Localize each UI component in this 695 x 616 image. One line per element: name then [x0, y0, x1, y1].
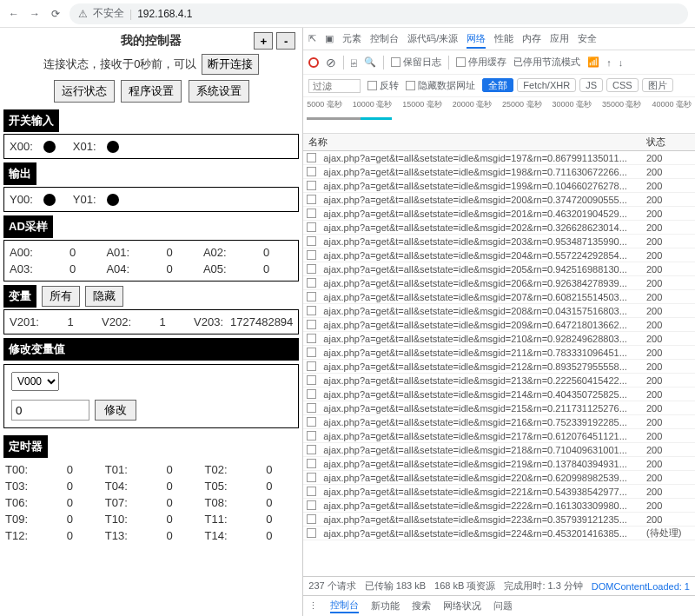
row-checkbox[interactable]	[307, 278, 316, 288]
row-checkbox[interactable]	[307, 389, 316, 399]
throttle-select[interactable]: 已停用节流模式	[513, 56, 580, 69]
network-row[interactable]: ajax.php?a=get&t=all&setstate=idle&msgid…	[303, 429, 695, 443]
reload-icon[interactable]: ⟳	[49, 7, 63, 21]
network-row[interactable]: ajax.php?a=get&t=all&setstate=idle&msgid…	[303, 513, 695, 527]
filter-type-pill[interactable]: 全部	[482, 78, 513, 92]
devtools-tab[interactable]: 网络	[467, 33, 486, 49]
forward-icon[interactable]: →	[28, 7, 42, 21]
col-status[interactable]: 状态	[646, 136, 695, 149]
drawer-menu-icon[interactable]: ⋮	[308, 600, 318, 612]
row-checkbox[interactable]	[307, 209, 316, 218]
devtools-timeline[interactable]: 5000 毫秒10000 毫秒15000 毫秒20000 毫秒25000 毫秒3…	[303, 97, 695, 134]
network-row[interactable]: ajax.php?a=get&t=all&setstate=idle&msgid…	[303, 179, 695, 193]
row-checkbox[interactable]	[307, 195, 316, 204]
row-checkbox[interactable]	[307, 181, 316, 190]
row-checkbox[interactable]	[307, 334, 316, 343]
network-row[interactable]: ajax.php?a=get&t=all&setstate=idle&msgid…	[303, 318, 695, 332]
plus-button[interactable]: +	[254, 32, 273, 50]
hide-data-checkbox[interactable]	[406, 81, 415, 90]
network-row[interactable]: ajax.php?a=get&t=all&setstate=idle&msgid…	[303, 346, 695, 360]
row-checkbox[interactable]	[307, 514, 316, 524]
network-row[interactable]: ajax.php?a=get&t=all&setstate=idle&msgid…	[303, 527, 695, 540]
row-checkbox[interactable]	[307, 375, 316, 385]
row-checkbox[interactable]	[307, 306, 316, 315]
drawer-tab[interactable]: 搜索	[412, 599, 431, 613]
network-row[interactable]: ajax.php?a=get&t=all&setstate=idle&msgid…	[303, 193, 695, 207]
row-checkbox[interactable]	[307, 500, 316, 510]
row-checkbox[interactable]	[307, 222, 316, 232]
row-checkbox[interactable]	[307, 403, 316, 413]
devtools-tab[interactable]: 源代码/来源	[407, 33, 458, 43]
filter-input[interactable]	[308, 79, 361, 93]
network-row[interactable]: ajax.php?a=get&t=all&setstate=idle&msgid…	[303, 151, 695, 165]
row-checkbox[interactable]	[307, 250, 316, 260]
network-row[interactable]: ajax.php?a=get&t=all&setstate=idle&msgid…	[303, 387, 695, 401]
network-row[interactable]: ajax.php?a=get&t=all&setstate=idle&msgid…	[303, 248, 695, 262]
devtools-tab[interactable]: 控制台	[370, 33, 399, 43]
row-checkbox[interactable]	[307, 361, 316, 371]
network-row[interactable]: ajax.php?a=get&t=all&setstate=idle&msgid…	[303, 457, 695, 471]
network-row[interactable]: ajax.php?a=get&t=all&setstate=idle&msgid…	[303, 221, 695, 235]
filter-type-pill[interactable]: CSS	[606, 78, 639, 92]
col-name[interactable]: 名称	[303, 136, 646, 149]
row-checkbox[interactable]	[307, 445, 316, 454]
network-row[interactable]: ajax.php?a=get&t=all&setstate=idle&msgid…	[303, 471, 695, 485]
filter-type-pill[interactable]: JS	[579, 78, 603, 92]
back-icon[interactable]: ←	[7, 7, 21, 21]
network-row[interactable]: ajax.php?a=get&t=all&setstate=idle&msgid…	[303, 415, 695, 429]
vars-hide-button[interactable]: 隐藏	[85, 286, 123, 307]
devtools-tab[interactable]: 安全	[578, 33, 597, 43]
network-row[interactable]: ajax.php?a=get&t=all&setstate=idle&msgid…	[303, 262, 695, 276]
drawer-tab[interactable]: 新功能	[371, 599, 400, 613]
network-row[interactable]: ajax.php?a=get&t=all&setstate=idle&msgid…	[303, 207, 695, 221]
row-checkbox[interactable]	[307, 459, 316, 468]
row-checkbox[interactable]	[307, 473, 316, 482]
filter-type-pill[interactable]: 图片	[642, 78, 673, 92]
network-row[interactable]: ajax.php?a=get&t=all&setstate=idle&msgid…	[303, 499, 695, 513]
network-row[interactable]: ajax.php?a=get&t=all&setstate=idle&msgid…	[303, 290, 695, 304]
system-settings-button[interactable]: 系统设置	[189, 80, 249, 103]
filter-type-pill[interactable]: Fetch/XHR	[517, 78, 576, 92]
network-row[interactable]: ajax.php?a=get&t=all&setstate=idle&msgid…	[303, 374, 695, 387]
search-icon[interactable]: 🔍	[364, 56, 376, 68]
row-checkbox[interactable]	[307, 528, 316, 538]
clear-icon[interactable]: ⊘	[326, 56, 336, 70]
devtools-tab[interactable]: 元素	[342, 33, 361, 43]
network-row[interactable]: ajax.php?a=get&t=all&setstate=idle&msgid…	[303, 485, 695, 499]
filter-icon[interactable]: ⍯	[351, 57, 357, 68]
row-checkbox[interactable]	[307, 167, 316, 176]
vars-all-button[interactable]: 所有	[42, 286, 80, 307]
disconnect-button[interactable]: 断开连接	[202, 54, 259, 75]
drawer-tab[interactable]: 网络状况	[443, 599, 481, 613]
upload-icon[interactable]: ↑	[606, 57, 612, 68]
row-checkbox[interactable]	[307, 264, 316, 274]
network-row[interactable]: ajax.php?a=get&t=all&setstate=idle&msgid…	[303, 165, 695, 179]
device-icon[interactable]: ▣	[325, 33, 334, 44]
drawer-tab[interactable]: 问题	[493, 599, 513, 613]
program-settings-button[interactable]: 程序设置	[121, 80, 182, 103]
download-icon[interactable]: ↓	[619, 57, 624, 68]
inspect-icon[interactable]: ⇱	[308, 33, 316, 44]
devtools-tab[interactable]: 内存	[522, 33, 541, 43]
run-status-button[interactable]: 运行状态	[54, 80, 115, 103]
preserve-log-checkbox[interactable]	[391, 57, 400, 67]
row-checkbox[interactable]	[307, 417, 316, 427]
modify-select[interactable]: V000	[11, 372, 59, 391]
wifi-icon[interactable]: 📶	[587, 56, 599, 68]
network-row[interactable]: ajax.php?a=get&t=all&setstate=idle&msgid…	[303, 276, 695, 290]
address-bar[interactable]: ⚠ 不安全 | 192.168.4.1	[70, 3, 688, 24]
row-checkbox[interactable]	[307, 320, 316, 329]
disable-cache-checkbox[interactable]	[456, 57, 466, 67]
row-checkbox[interactable]	[307, 153, 316, 162]
devtools-tab[interactable]: 应用	[550, 33, 569, 43]
minus-button[interactable]: -	[276, 32, 295, 50]
invert-checkbox[interactable]	[367, 81, 377, 90]
network-row[interactable]: ajax.php?a=get&t=all&setstate=idle&msgid…	[303, 235, 695, 248]
row-checkbox[interactable]	[307, 292, 316, 301]
network-row[interactable]: ajax.php?a=get&t=all&setstate=idle&msgid…	[303, 304, 695, 318]
network-row[interactable]: ajax.php?a=get&t=all&setstate=idle&msgid…	[303, 443, 695, 457]
network-row[interactable]: ajax.php?a=get&t=all&setstate=idle&msgid…	[303, 332, 695, 346]
network-row[interactable]: ajax.php?a=get&t=all&setstate=idle&msgid…	[303, 401, 695, 415]
row-checkbox[interactable]	[307, 431, 316, 440]
devtools-tab[interactable]: 性能	[494, 33, 513, 43]
